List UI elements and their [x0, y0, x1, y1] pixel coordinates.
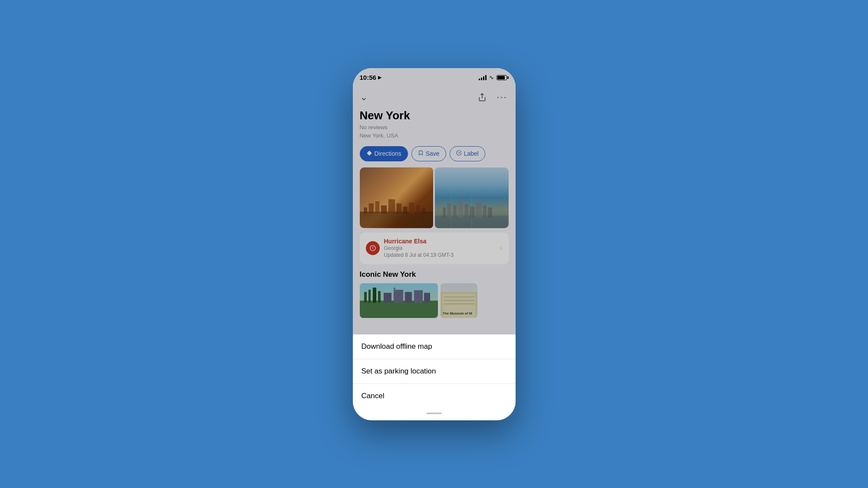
- set-parking-location-button[interactable]: Set as parking location: [353, 359, 516, 384]
- cancel-button[interactable]: Cancel: [353, 384, 516, 408]
- bottom-sheet: Download offline map Set as parking loca…: [353, 334, 516, 420]
- download-offline-map-button[interactable]: Download offline map: [353, 334, 516, 359]
- sheet-content: Download offline map Set as parking loca…: [353, 334, 516, 408]
